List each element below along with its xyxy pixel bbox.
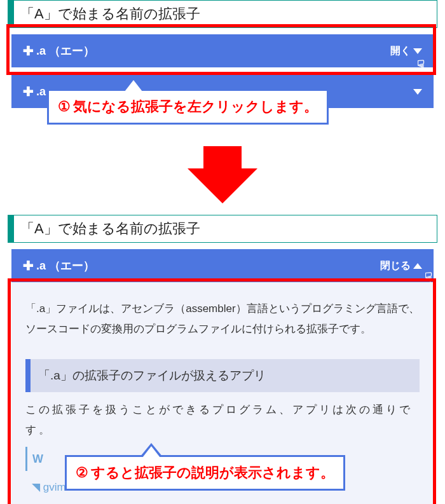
expand-action-2[interactable] — [412, 89, 422, 95]
plus-icon: ✚ — [23, 84, 34, 99]
panel-expanded: 「A」で始まる名前の拡張子 ✚ .a （エー） 閉じる ☟ 「.a」ファイルは、… — [0, 215, 445, 504]
apps-intro-text: この拡張子を扱うことができるプログラム、アプリは次の通りです。 — [25, 400, 420, 441]
callout-number-1: ① — [58, 99, 71, 115]
expand-label: 開く — [390, 44, 411, 58]
flow-arrow — [0, 146, 445, 203]
expand-action[interactable]: 開く — [390, 44, 422, 58]
section-heading-2: 「A」で始まる名前の拡張子 — [8, 215, 437, 243]
extension-name-2: .a — [36, 85, 46, 99]
callout-number-2: ② — [76, 465, 88, 481]
chevron-up-icon — [413, 263, 422, 269]
description-text: 「.a」ファイルは、アセンブラ（assembler）言語というプログラミング言語… — [25, 299, 420, 340]
section-heading: 「A」で始まる名前の拡張子 — [8, 0, 437, 28]
extension-row-label-2: ✚ .a — [23, 84, 46, 99]
arrow-stem — [203, 146, 242, 168]
callout-1: ① 気になる拡張子を左クリックします。 — [47, 89, 329, 125]
chevron-down-icon — [413, 89, 422, 95]
chevron-down-icon — [413, 48, 422, 54]
callout-text-2: すると拡張子の説明が表示されます。 — [91, 463, 334, 482]
extension-row-label-open: ✚ .a （エー） — [23, 258, 95, 273]
bullet-icon: ◥ — [32, 481, 40, 493]
cursor-icon: ☟ — [417, 57, 425, 72]
plus-icon: ✚ — [23, 43, 34, 58]
callout-2: ② すると拡張子の説明が表示されます。 — [65, 455, 345, 491]
extension-row-label: ✚ .a （エー） — [23, 43, 95, 58]
extension-name-open: .a （エー） — [36, 258, 95, 273]
extension-row-a-open[interactable]: ✚ .a （エー） 閉じる ☟ — [11, 249, 434, 282]
plus-icon: ✚ — [23, 258, 34, 273]
app-name: gvim — [43, 481, 66, 493]
extension-row-a[interactable]: ✚ .a （エー） 開く ☟ — [11, 34, 434, 67]
callout-text-1: 気になる拡張子を左クリックします。 — [73, 97, 318, 116]
arrow-head-icon — [188, 168, 257, 203]
collapse-label: 閉じる — [380, 259, 411, 273]
extension-name: .a （エー） — [36, 43, 95, 58]
apps-heading: 「.a」の拡張子のファイルが扱えるアプリ — [25, 359, 420, 392]
collapse-action[interactable]: 閉じる — [380, 259, 422, 273]
panel-collapsed: 「A」で始まる名前の拡張子 ✚ .a （エー） 開く ☟ ✚ .a ① 気になる… — [0, 0, 445, 108]
